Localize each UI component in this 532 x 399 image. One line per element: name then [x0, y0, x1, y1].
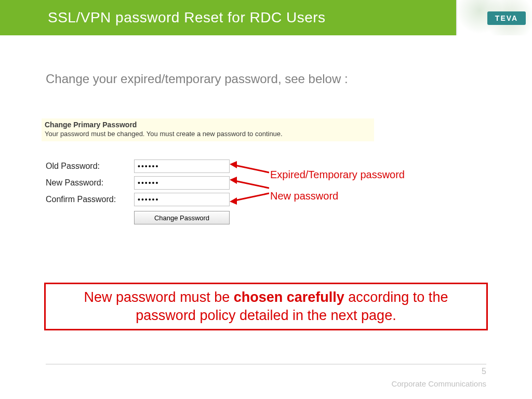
notice-text: New password must be chosen carefully ac…: [55, 288, 477, 325]
slide-header: SSL/VPN password Reset for RDC Users TEV…: [0, 0, 532, 35]
panel-title: Change Primary Password: [45, 121, 371, 129]
annotation-new-password: New password: [270, 190, 338, 202]
footer-divider: [46, 364, 486, 365]
new-password-input[interactable]: [134, 176, 230, 190]
notice-box: New password must be chosen carefully ac…: [44, 283, 488, 330]
new-password-row: New Password:: [46, 175, 230, 191]
confirm-password-row: Confirm Password:: [46, 191, 230, 208]
svg-marker-5: [230, 197, 237, 205]
submit-row: Change Password: [46, 211, 230, 224]
notice-pre: New password must be: [84, 289, 234, 305]
svg-line-2: [235, 181, 269, 188]
arrow-to-confirm-password: [230, 192, 269, 205]
teva-logo: TEVA: [487, 11, 526, 25]
page-number: 5: [482, 367, 486, 376]
footer-text: Corporate Communications: [391, 379, 486, 388]
arrow-to-old-password: [230, 161, 269, 174]
svg-line-0: [235, 165, 269, 172]
old-password-input[interactable]: [134, 159, 230, 173]
confirm-password-label: Confirm Password:: [46, 195, 134, 204]
intro-text: Change your expired/temporary password, …: [46, 72, 348, 86]
svg-marker-3: [230, 177, 237, 184]
arrow-to-new-password: [230, 177, 269, 189]
confirm-password-input[interactable]: [134, 193, 230, 206]
header-green-area: SSL/VPN password Reset for RDC Users: [0, 0, 456, 35]
old-password-label: Old Password:: [46, 162, 134, 171]
new-password-label: New Password:: [46, 178, 134, 188]
header-logo-area: TEVA: [456, 0, 532, 35]
svg-line-4: [235, 193, 269, 201]
slide-title: SSL/VPN password Reset for RDC Users: [48, 9, 326, 26]
notice-bold: chosen carefully: [234, 289, 344, 305]
panel-message: Your password must be changed. You must …: [45, 130, 371, 138]
password-form: Old Password: New Password: Confirm Pass…: [46, 158, 230, 224]
change-password-panel: Change Primary Password Your password mu…: [42, 118, 374, 141]
svg-marker-1: [230, 161, 237, 168]
old-password-row: Old Password:: [46, 158, 230, 175]
change-password-button[interactable]: Change Password: [134, 211, 230, 224]
annotation-expired-temp: Expired/Temporary password: [270, 169, 405, 181]
